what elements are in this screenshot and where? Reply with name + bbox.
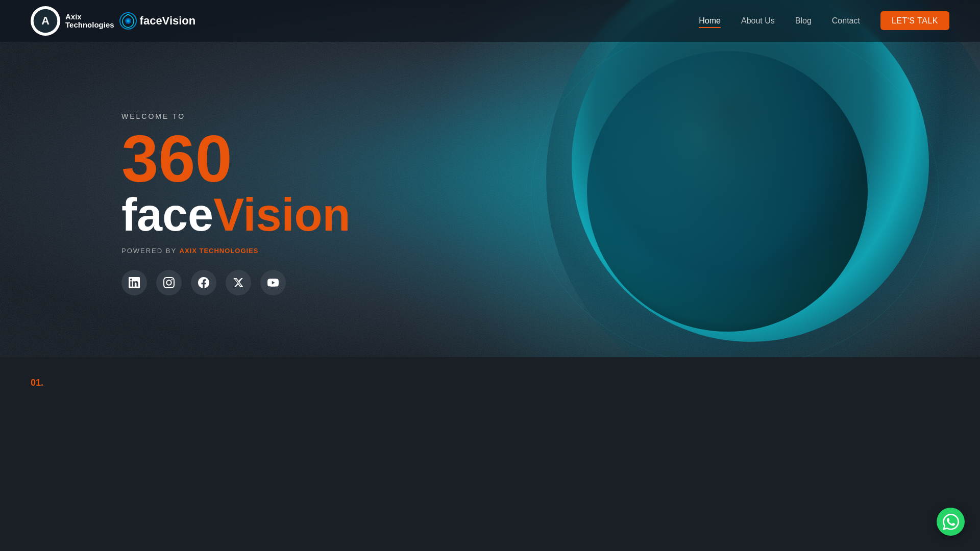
bottom-section: 01. [0, 357, 980, 551]
nav-item-about[interactable]: About Us [741, 16, 775, 26]
logo-line2: Technologies [65, 21, 114, 30]
linkedin-icon[interactable] [121, 270, 147, 295]
nav-link-contact[interactable]: Contact [832, 16, 860, 25]
axix-logo-icon: A [31, 6, 60, 36]
svg-point-4 [127, 19, 130, 22]
nav-item-contact[interactable]: Contact [832, 16, 860, 26]
logo-line1: Axix [65, 13, 114, 21]
facevision-label: faceVision [140, 14, 196, 28]
hero-content: WELCOME TO 360 faceVision POWERED BY AXI… [121, 112, 351, 295]
nav-menu: Home About Us Blog Contact LET'S TALK [699, 16, 949, 26]
axix-technologies-link[interactable]: AXIX TECHNOLOGIES [180, 247, 259, 255]
section-number: 01. [31, 378, 43, 388]
nav-item-home[interactable]: Home [699, 16, 721, 26]
hero-number: 360 [121, 126, 351, 192]
whatsapp-icon [943, 514, 959, 530]
whatsapp-button[interactable] [937, 508, 965, 536]
welcome-text: WELCOME TO [121, 112, 351, 120]
lets-talk-button[interactable]: LET'S TALK [880, 11, 949, 30]
nav-link-blog[interactable]: Blog [795, 16, 812, 25]
nav-cta-item[interactable]: LET'S TALK [880, 16, 949, 26]
hero-section: A Axix Technologies faceVision [0, 0, 980, 357]
facevision-circle-icon [119, 12, 137, 30]
social-icons [121, 270, 351, 295]
axix-logo-text: Axix Technologies [65, 13, 114, 30]
facebook-icon[interactable] [191, 270, 216, 295]
brand-vision: Vision [213, 189, 350, 240]
instagram-icon[interactable] [156, 270, 182, 295]
nav-link-about[interactable]: About Us [741, 16, 775, 25]
youtube-icon[interactable] [260, 270, 286, 295]
nav-item-blog[interactable]: Blog [795, 16, 812, 26]
hero-brand: faceVision [121, 192, 351, 238]
sphere-inner [587, 51, 868, 332]
twitter-x-icon[interactable] [226, 270, 251, 295]
powered-prefix: POWERED BY [121, 247, 177, 255]
navbar: A Axix Technologies faceVision [0, 0, 980, 42]
powered-by: POWERED BY AXIX TECHNOLOGIES [121, 247, 351, 255]
brand-face: face [121, 189, 213, 240]
nav-link-home[interactable]: Home [699, 16, 721, 28]
svg-text:A: A [41, 14, 50, 27]
logo-area: A Axix Technologies faceVision [31, 6, 195, 36]
facevision-logo: faceVision [119, 12, 196, 30]
